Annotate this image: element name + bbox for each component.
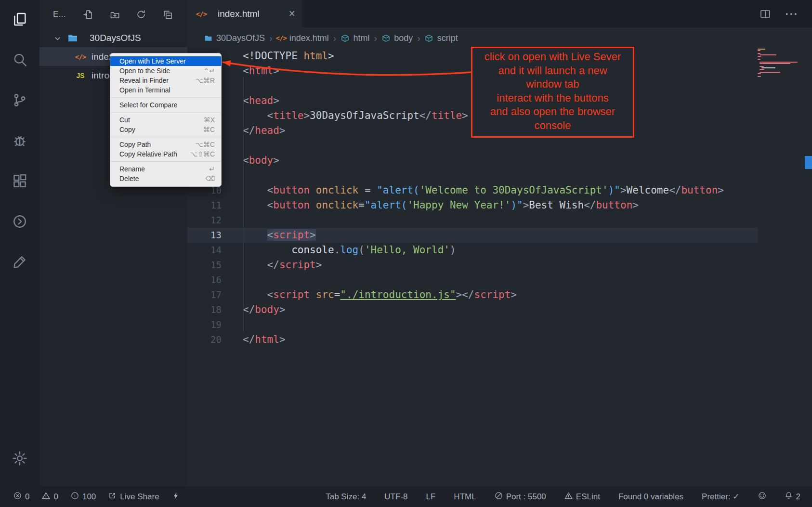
- collapse-all-icon[interactable]: [163, 10, 172, 19]
- minimap-bar: [758, 49, 765, 50]
- menu-item-select-for-compare[interactable]: Select for Compare: [110, 100, 221, 110]
- search-icon: [12, 52, 28, 70]
- split-editor-icon[interactable]: [760, 8, 771, 20]
- status-live-share[interactable]: Live Share: [108, 492, 159, 502]
- code-line-12[interactable]: 12: [187, 213, 758, 228]
- code-line-15[interactable]: 15 </script>: [187, 258, 758, 273]
- line-number[interactable]: 15: [187, 258, 222, 273]
- breadcrumb-item-html[interactable]: html: [341, 33, 369, 43]
- menu-item-copy-path[interactable]: Copy Path⌥⌘C: [110, 140, 221, 149]
- new-folder-icon[interactable]: [110, 10, 119, 19]
- breadcrumb-item-index-html[interactable]: </>index.html: [277, 33, 329, 43]
- minimap-bar: [760, 66, 763, 67]
- status-prettier[interactable]: Prettier: ✓: [702, 492, 739, 502]
- line-number[interactable]: 14: [187, 243, 222, 258]
- menu-item-open-to-the-side[interactable]: Open to the Side⌃↵: [110, 66, 221, 76]
- status-tab-size-4[interactable]: Tab Size: 4: [326, 492, 366, 502]
- activity-source-control[interactable]: [0, 81, 39, 121]
- line-number[interactable]: 16: [187, 273, 222, 287]
- line-number[interactable]: 17: [187, 287, 222, 302]
- status-100[interactable]: 100: [71, 492, 96, 502]
- activity-extensions[interactable]: [0, 162, 39, 202]
- breadcrumb-separator: ›: [417, 33, 420, 44]
- status-label: Port : 5500: [506, 492, 546, 502]
- code-line-10[interactable]: 10 <button onclick = "alert('Welcome to …: [187, 183, 758, 198]
- menu-item-label: Rename: [119, 165, 201, 173]
- code-line-11[interactable]: 11 <button onclick="alert('Happy New Yea…: [187, 198, 758, 213]
- scrollbar-marker[interactable]: [805, 156, 812, 169]
- annotation-text: console: [473, 119, 632, 133]
- code-line-19[interactable]: 19: [187, 317, 758, 332]
- folder-row-30daysofjs[interactable]: 30DaysOfJS: [39, 29, 187, 47]
- activity-debug[interactable]: [0, 121, 39, 162]
- activity-search[interactable]: [0, 40, 39, 81]
- status-smiley[interactable]: [758, 492, 766, 502]
- menu-item-copy[interactable]: Copy⌘C: [110, 125, 221, 134]
- status-2[interactable]: 2: [785, 492, 800, 502]
- code-line-8[interactable]: 8<body>: [187, 153, 758, 168]
- breadcrumb-item-body[interactable]: body: [381, 33, 413, 43]
- breadcrumb-label: index.html: [289, 33, 329, 43]
- js-file-icon: JS: [75, 72, 86, 79]
- more-actions-icon[interactable]: ⋯: [785, 7, 799, 21]
- status-bolt[interactable]: [172, 492, 180, 502]
- menu-item-copy-relative-path[interactable]: Copy Relative Path⌥⇧⌘C: [110, 149, 221, 159]
- close-icon[interactable]: ×: [289, 8, 295, 19]
- warning-triangle-icon: [564, 492, 573, 502]
- line-number[interactable]: 12: [187, 213, 222, 228]
- explorer-title: E...: [53, 10, 66, 19]
- status-lf[interactable]: LF: [426, 492, 436, 502]
- code-text: <title>30DaysOfJavaScript</title>: [243, 108, 468, 123]
- status-utf-8[interactable]: UTF-8: [384, 492, 407, 502]
- menu-item-open-in-terminal[interactable]: Open in Terminal: [110, 85, 221, 95]
- line-number[interactable]: 13: [187, 228, 222, 243]
- activity-gear[interactable]: [0, 439, 39, 480]
- menu-item-cut[interactable]: Cut⌘X: [110, 115, 221, 125]
- code-line-14[interactable]: 14 console.log('Hello, World'): [187, 243, 758, 258]
- menu-item-reveal-in-finder[interactable]: Reveal in Finder⌥⌘R: [110, 76, 221, 85]
- line-number[interactable]: 18: [187, 302, 222, 317]
- new-file-icon[interactable]: [83, 10, 93, 19]
- breadcrumb-separator: ›: [333, 33, 337, 44]
- activity-bar-top: [0, 0, 39, 283]
- chevron-down-icon: [54, 34, 62, 42]
- line-number[interactable]: 11: [187, 198, 222, 213]
- menu-item-label: Copy Relative Path: [119, 150, 182, 158]
- status-label: Found 0 variables: [618, 492, 683, 502]
- minimap-bar: [758, 53, 760, 54]
- status-html[interactable]: HTML: [454, 492, 476, 502]
- line-number[interactable]: 19: [187, 317, 222, 332]
- status-0[interactable]: 0: [13, 492, 29, 502]
- activity-live-share[interactable]: [0, 202, 39, 243]
- code-line-18[interactable]: 18</body>: [187, 302, 758, 317]
- status-0[interactable]: 0: [42, 492, 58, 502]
- menu-item-open-with-live-server[interactable]: Open with Live Server: [110, 56, 221, 66]
- annotation-text: and also open the browser: [473, 105, 632, 119]
- code-line-7[interactable]: 7: [187, 138, 758, 153]
- code-line-13[interactable]: 13 <script>: [187, 228, 758, 243]
- line-number[interactable]: 20: [187, 332, 222, 347]
- code-line-16[interactable]: 16: [187, 273, 758, 287]
- context-menu: Open with Live ServerOpen to the Side⌃↵R…: [110, 53, 222, 187]
- code-line-9[interactable]: 9: [187, 168, 758, 183]
- annotation-text: interact with the buttons: [473, 91, 632, 105]
- status-port-5500[interactable]: Port : 5500: [495, 492, 546, 502]
- tab-index-html[interactable]: </> index.html ×: [187, 0, 302, 27]
- minimap[interactable]: [758, 49, 802, 78]
- activity-files[interactable]: [0, 0, 39, 40]
- minimap-bar: [760, 72, 780, 73]
- code-line-20[interactable]: 20</html>: [187, 332, 758, 347]
- menu-separator: [111, 137, 221, 137]
- refresh-icon[interactable]: [136, 10, 146, 19]
- code-line-17[interactable]: 17 <script src="./introduction.js"></scr…: [187, 287, 758, 302]
- menu-item-label: Copy: [119, 126, 196, 133]
- status-found-0-variables[interactable]: Found 0 variables: [618, 492, 683, 502]
- status-eslint[interactable]: ESLint: [564, 492, 600, 502]
- info-circle-icon: [71, 492, 79, 502]
- menu-item-delete[interactable]: Delete⌫: [110, 174, 221, 183]
- activity-edit-pen[interactable]: [0, 243, 39, 283]
- menu-item-rename[interactable]: Rename↵: [110, 164, 221, 174]
- breadcrumb-item-30daysofjs[interactable]: 30DaysOfJS: [204, 33, 265, 43]
- menu-shortcut: ⌥⌘R: [196, 77, 215, 84]
- breadcrumb-item-script[interactable]: script: [425, 33, 458, 43]
